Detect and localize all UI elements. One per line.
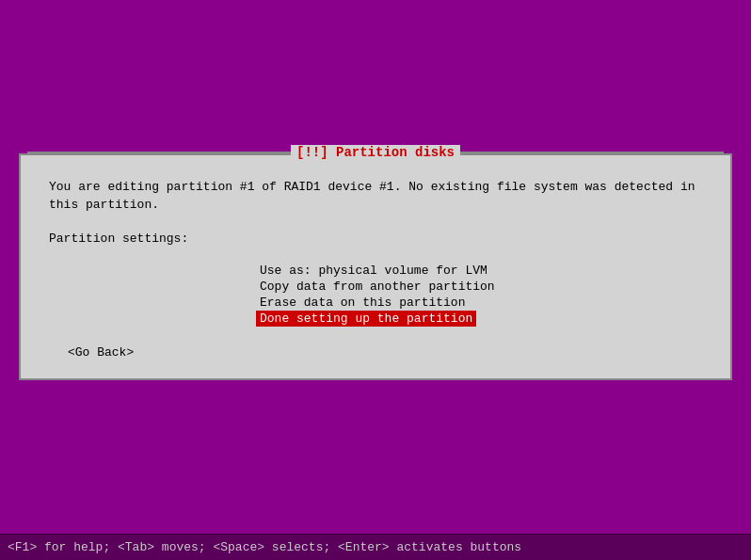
dialog-box: [!!] Partition disks You are editing par… <box>19 153 732 381</box>
dialog-content: You are editing partition #1 of RAID1 de… <box>21 155 730 379</box>
status-text: <F1> for help; <Tab> moves; <Space> sele… <box>8 540 521 554</box>
menu-item-copy-data[interactable]: Copy data from another partition <box>256 279 499 295</box>
dialog-title-bar: [!!] Partition disks <box>27 145 724 160</box>
menu-item-use-as[interactable]: Use as: physical volume for LVM <box>256 263 491 279</box>
status-bar: <F1> for help; <Tab> moves; <Space> sele… <box>0 534 751 560</box>
main-area: [!!] Partition disks You are editing par… <box>0 0 751 534</box>
title-line-right <box>460 152 724 153</box>
menu-item-done-setting[interactable]: Done setting up the partition <box>256 311 476 327</box>
go-back-button[interactable]: <Go Back> <box>68 345 702 360</box>
title-line-left <box>27 152 291 153</box>
description-line1: You are editing partition #1 of RAID1 de… <box>49 180 695 194</box>
dialog-title: [!!] Partition disks <box>291 145 460 160</box>
description-line2: this partition. <box>49 198 159 212</box>
menu-item-erase-data[interactable]: Erase data on this partition <box>256 295 469 311</box>
description: You are editing partition #1 of RAID1 de… <box>49 178 702 215</box>
menu-items: Use as: physical volume for LVMCopy data… <box>49 263 702 327</box>
partition-settings-label: Partition settings: <box>49 230 702 248</box>
